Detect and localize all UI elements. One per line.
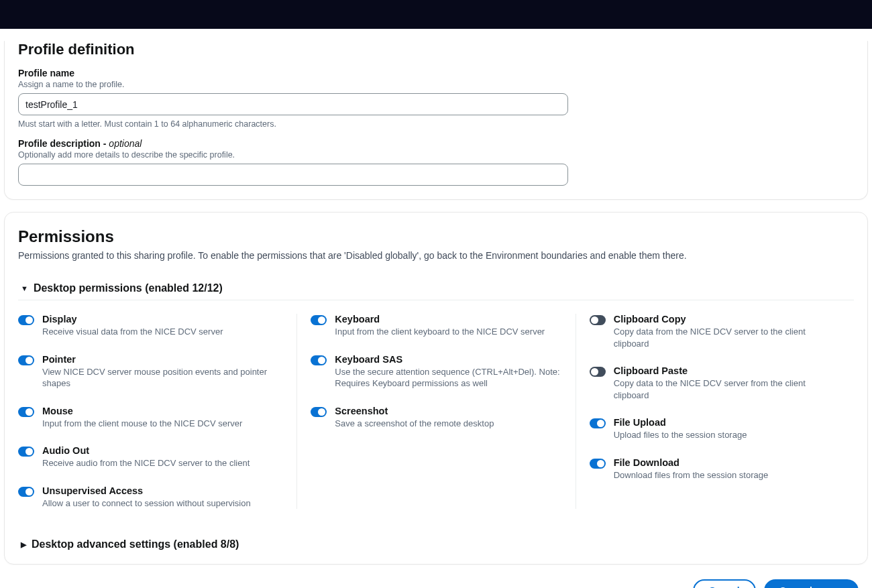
toggle-knob [25,448,33,455]
permissions-card: Permissions Permissions granted to this … [4,212,868,565]
permission-screenshot: ScreenshotSave a screenshot of the remot… [311,406,561,430]
permission-desc: Upload files to the session storage [614,429,747,441]
profile-name-label: Profile name [18,68,854,78]
permission-name: Unsupervised Access [42,485,251,496]
permission-desc: Receive visual data from the NICE DCV se… [42,326,223,338]
toggle-knob [591,316,598,324]
toggle-knob [318,316,325,324]
permissions-col-3: Clipboard CopyCopy data from the NICE DC… [576,314,854,509]
profile-definition-title: Profile definition [18,41,854,58]
permission-audio-out: Audio OutReceive audio from the NICE DCV… [18,445,283,485]
permission-body: Clipboard CopyCopy data from the NICE DC… [614,314,840,349]
permission-name: Pointer [42,354,283,365]
permissions-grid: DisplayReceive visual data from the NICE… [18,314,854,509]
permission-body: Keyboard SASUse the secure attention seq… [335,354,561,390]
permission-desc: Input from the client keyboard to the NI… [335,326,545,338]
permissions-intro: Permissions granted to this sharing prof… [18,250,854,261]
toggle-knob [25,488,33,495]
permission-display: DisplayReceive visual data from the NICE… [18,314,283,354]
permissions-col-2: KeyboardInput from the client keyboard t… [296,314,575,509]
permission-body: PointerView NICE DCV server mouse positi… [42,354,283,390]
toggle-clipboard-paste[interactable] [590,367,606,377]
permission-name: Display [42,314,223,325]
desktop-advanced-expander[interactable]: ▶ Desktop advanced settings (enabled 8/8… [18,526,854,550]
permission-name: Mouse [42,406,242,416]
permission-pointer: PointerView NICE DCV server mouse positi… [18,354,283,406]
toggle-screenshot[interactable] [311,407,327,417]
toggle-file-download[interactable] [590,459,606,469]
permission-body: Clipboard PasteCopy data to the NICE DCV… [614,365,840,401]
permission-desc: Use the secure attention sequence (CTRL+… [335,366,561,390]
permission-keyboard-sas: Keyboard SASUse the secure attention seq… [311,354,561,406]
permission-keyboard: KeyboardInput from the client keyboard t… [311,314,561,354]
caret-down-icon: ▼ [21,285,28,292]
desktop-advanced-expander-label: Desktop advanced settings (enabled 8/8) [32,538,239,550]
permission-name: File Upload [614,417,747,428]
toggle-knob [597,460,604,467]
top-bar [0,0,872,29]
toggle-knob [597,420,604,427]
permission-body: File UploadUpload files to the session s… [614,417,747,441]
profile-desc-label: Profile description - optional [18,138,854,149]
toggle-knob [25,357,33,364]
footer-actions: Cancel Save changes [4,577,868,588]
permission-body: MouseInput from the client mouse to the … [42,406,242,430]
permission-body: KeyboardInput from the client keyboard t… [335,314,545,338]
permission-unsupervised-access: Unsupervised AccessAllow a user to conne… [18,485,283,510]
permission-file-download: File DownloadDownload files from the ses… [590,457,840,481]
profile-name-hint: Must start with a letter. Must contain 1… [18,119,854,129]
profile-desc-label-main: Profile description - [18,138,109,149]
toggle-file-upload[interactable] [590,418,606,428]
toggle-mouse[interactable] [18,407,34,417]
permission-body: ScreenshotSave a screenshot of the remot… [335,406,494,430]
save-changes-button[interactable]: Save changes [764,579,859,588]
profile-desc-input[interactable] [18,164,568,186]
permission-name: Keyboard SAS [335,354,561,365]
desktop-permissions-expander[interactable]: ▼ Desktop permissions (enabled 12/12) [18,270,854,300]
toggle-unsupervised-access[interactable] [18,487,34,497]
toggle-knob [318,408,325,416]
toggle-display[interactable] [18,315,34,325]
permissions-col-1: DisplayReceive visual data from the NICE… [18,314,296,509]
page: Profile definition Profile name Assign a… [0,41,872,588]
permission-desc: Allow a user to connect to session witho… [42,497,251,510]
permission-mouse: MouseInput from the client mouse to the … [18,406,283,446]
permission-body: Audio OutReceive audio from the NICE DCV… [42,445,250,469]
permission-desc: Receive audio from the NICE DCV server t… [42,457,250,469]
caret-right-icon: ▶ [21,541,26,548]
profile-desc-label-optional: optional [109,138,142,149]
permission-body: File DownloadDownload files from the ses… [614,457,769,481]
permission-body: Unsupervised AccessAllow a user to conne… [42,485,251,510]
permission-clipboard-paste: Clipboard PasteCopy data to the NICE DCV… [590,365,840,417]
profile-name-input[interactable] [18,93,568,115]
permission-desc: Input from the client mouse to the NICE … [42,418,242,430]
toggle-pointer[interactable] [18,355,34,365]
permission-name: Clipboard Copy [614,314,840,325]
permission-name: Audio Out [42,445,250,456]
permission-desc: Save a screenshot of the remote desktop [335,418,494,430]
profile-name-sublabel: Assign a name to the profile. [18,80,854,89]
permission-desc: Copy data to the NICE DCV server from th… [614,377,840,401]
permission-desc: View NICE DCV server mouse position even… [42,366,283,390]
cancel-button[interactable]: Cancel [693,579,756,588]
toggle-keyboard[interactable] [311,315,327,325]
permission-name: File Download [614,457,769,468]
permission-body: DisplayReceive visual data from the NICE… [42,314,223,338]
toggle-clipboard-copy[interactable] [590,315,606,325]
toggle-knob [25,408,33,416]
permission-desc: Copy data from the NICE DCV server to th… [614,326,840,349]
permission-name: Screenshot [335,406,494,416]
permission-name: Keyboard [335,314,545,325]
permission-clipboard-copy: Clipboard CopyCopy data from the NICE DC… [590,314,840,365]
toggle-knob [591,368,598,375]
profile-desc-sublabel: Optionally add more details to describe … [18,150,854,160]
toggle-knob [25,316,33,324]
toggle-knob [318,357,325,364]
toggle-audio-out[interactable] [18,447,34,457]
toggle-keyboard-sas[interactable] [311,355,327,365]
permission-name: Clipboard Paste [614,365,840,376]
desktop-permissions-expander-label: Desktop permissions (enabled 12/12) [34,282,223,294]
profile-definition-card: Profile definition Profile name Assign a… [4,41,868,200]
permission-desc: Download files from the session storage [614,469,769,481]
permission-file-upload: File UploadUpload files to the session s… [590,417,840,457]
